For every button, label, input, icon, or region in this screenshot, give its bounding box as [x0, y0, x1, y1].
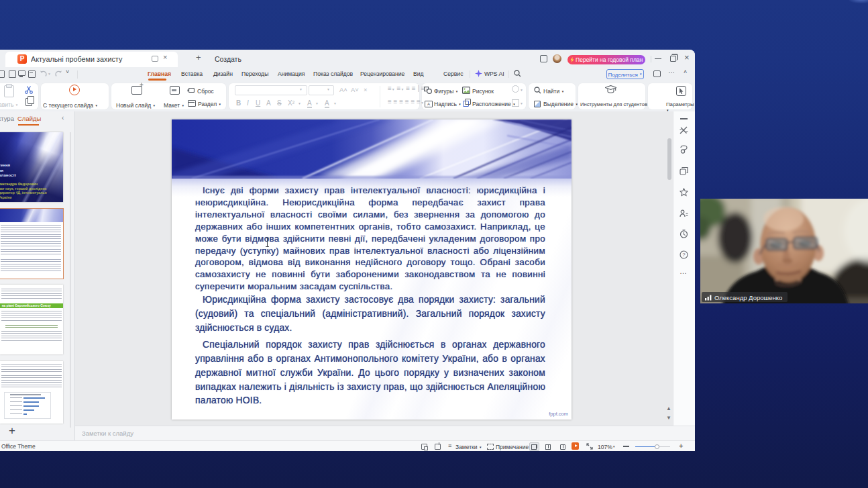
svg-text:Олександр Дорошенко: Олександр Дорошенко [714, 294, 782, 301]
svg-text:?: ? [682, 252, 686, 258]
